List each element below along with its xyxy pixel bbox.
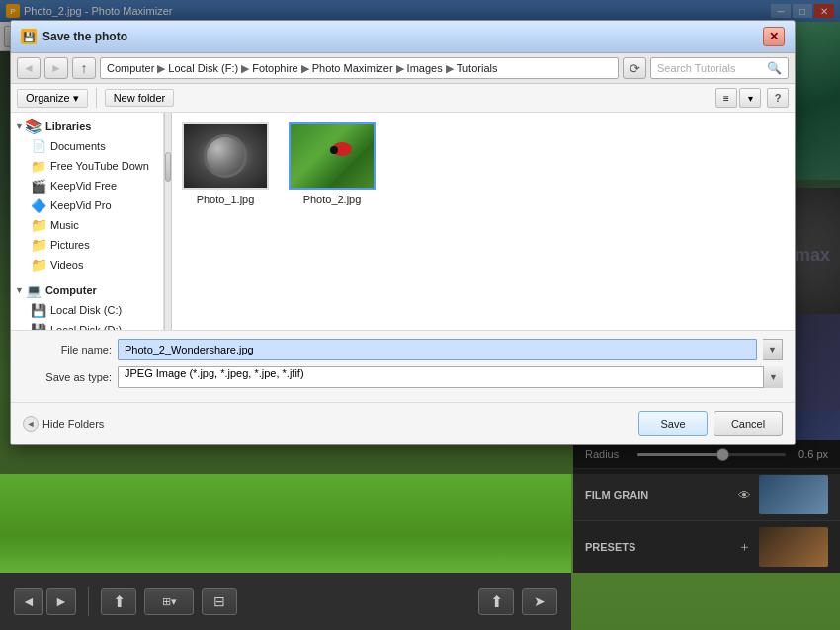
computer-label: Computer <box>45 284 97 296</box>
photo2-thumb <box>289 122 376 190</box>
view-list-btn[interactable]: ≡ <box>715 88 737 108</box>
dialog-form: File name: ▼ Save as type: JPEG Image (*… <box>11 330 795 402</box>
tree-free-youtube[interactable]: 📁 Free YouTube Down <box>11 156 163 176</box>
presets-row: PRESETS ＋ <box>573 520 840 573</box>
filename-label: File name: <box>23 344 112 355</box>
saveas-value: JPEG Image (*.jpg, *.jpeg, *.jpe, *.jfif… <box>125 367 304 379</box>
breadcrumb-arrow-5: ▶ <box>446 62 454 75</box>
file-item-photo2[interactable]: Photo_2.jpg <box>289 122 376 205</box>
free-youtube-label: Free YouTube Down <box>50 160 149 172</box>
share-btn[interactable]: ➤ <box>522 588 557 615</box>
new-folder-label: New folder <box>114 92 166 104</box>
search-placeholder: Search Tutorials <box>657 62 735 74</box>
nav-back-btn[interactable]: ◄ <box>17 57 41 79</box>
tree-computer-header[interactable]: ▼ 💻 Computer <box>11 280 163 300</box>
film-grain-eye-icon[interactable]: 👁 <box>738 488 751 503</box>
film-grain-row: FILM GRAIN 👁 <box>573 468 840 520</box>
documents-icon: 📄 <box>31 138 46 154</box>
organize-arrow: ▾ <box>73 92 79 105</box>
presets-label: PRESETS <box>585 541 738 553</box>
hide-folders-icon: ◄ <box>23 416 39 432</box>
tree-keepvid-free[interactable]: 🎬 KeepVid Free <box>11 176 163 196</box>
free-youtube-icon: 📁 <box>31 158 46 174</box>
filename-input[interactable] <box>118 339 757 360</box>
export-btn[interactable]: ⬆ <box>478 588 514 615</box>
help-btn[interactable]: ? <box>767 88 789 108</box>
organize-btn[interactable]: Organize ▾ <box>17 89 88 108</box>
tree-documents[interactable]: 📄 Documents <box>11 136 163 156</box>
videos-icon: 📁 <box>31 257 46 273</box>
photo2-name: Photo_2.jpg <box>303 194 362 205</box>
nav-bar: ◄ ► ↑ Computer ▶ Local Disk (F:) ▶ Fotop… <box>11 53 795 84</box>
file-item-photo1[interactable]: Photo_1.jpg <box>182 122 269 205</box>
dialog-titlebar: 💾 Save the photo ✕ <box>11 21 795 53</box>
prev-btn[interactable]: ◄ <box>14 588 43 615</box>
music-icon: 📁 <box>31 217 46 233</box>
documents-label: Documents <box>50 140 106 152</box>
file-area: Photo_1.jpg Photo_2.jpg <box>172 113 795 330</box>
breadcrumb-arrow-3: ▶ <box>301 62 309 75</box>
tree-local-d[interactable]: 💾 Local Disk (D:) <box>11 320 163 330</box>
libraries-icon: 📚 <box>26 118 42 134</box>
app-bottom-bar: ◄ ► ⬆ ⊞▾ ⊟ ⬆ ➤ <box>0 573 571 630</box>
saveas-row: Save as type: JPEG Image (*.jpg, *.jpeg,… <box>23 366 783 388</box>
dialog-title: Save the photo <box>42 30 763 43</box>
view-dropdown-btn[interactable]: ▾ <box>739 88 761 108</box>
saveas-select[interactable]: JPEG Image (*.jpg, *.jpeg, *.jpe, *.jfif… <box>118 366 783 388</box>
new-folder-btn[interactable]: New folder <box>105 89 175 107</box>
tree-videos[interactable]: 📁 Videos <box>11 255 163 275</box>
breadcrumb-bar[interactable]: Computer ▶ Local Disk (F:) ▶ Fotophire ▶… <box>100 57 619 79</box>
music-label: Music <box>50 219 79 231</box>
nav-up-btn[interactable]: ↑ <box>72 57 96 79</box>
tree-music[interactable]: 📁 Music <box>11 215 163 235</box>
photo1-thumb <box>182 122 269 190</box>
toolbar-separator <box>96 88 97 108</box>
videos-label: Videos <box>50 259 83 271</box>
nav-refresh-btn[interactable]: ⟳ <box>623 57 646 79</box>
save-photo-dialog: 💾 Save the photo ✕ ◄ ► ↑ Computer ▶ Loca… <box>10 20 796 445</box>
breadcrumb-maximizer: Photo Maximizer <box>312 62 393 74</box>
local-d-icon: 💾 <box>31 322 46 330</box>
save-label: Save <box>660 418 685 430</box>
photo1-name: Photo_1.jpg <box>197 194 255 205</box>
compare-btn[interactable]: ⊟ <box>202 588 237 615</box>
breadcrumb-tutorials: Tutorials <box>457 62 498 74</box>
local-d-label: Local Disk (D:) <box>50 324 122 330</box>
search-box[interactable]: Search Tutorials 🔍 <box>650 57 789 79</box>
keepvid-pro-label: KeepVid Pro <box>50 199 112 211</box>
nav-forward-btn[interactable]: ► <box>44 57 68 79</box>
filename-dropdown-arrow[interactable]: ▼ <box>763 339 783 360</box>
next-btn[interactable]: ► <box>46 588 76 615</box>
breadcrumb-fotophire: Fotophire <box>252 62 297 74</box>
tree-libraries-header[interactable]: ▼ 📚 Libraries <box>11 117 163 136</box>
pictures-icon: 📁 <box>31 237 46 253</box>
tree-keepvid-pro[interactable]: 🔷 KeepVid Pro <box>11 196 163 215</box>
grid-btn[interactable]: ⊞▾ <box>144 588 194 615</box>
cancel-label: Cancel <box>731 418 765 430</box>
tree-pictures[interactable]: 📁 Pictures <box>11 235 163 255</box>
cancel-button[interactable]: Cancel <box>714 411 783 436</box>
hide-folders-label: Hide Folders <box>42 418 104 430</box>
playback-controls: ◄ ► <box>14 588 76 615</box>
presets-add-icon[interactable]: ＋ <box>738 538 751 556</box>
computer-chevron: ▼ <box>15 285 24 295</box>
tree-local-c[interactable]: 💾 Local Disk (C:) <box>11 300 163 320</box>
breadcrumb-arrow-4: ▶ <box>396 62 404 75</box>
filename-row: File name: ▼ <box>23 339 783 360</box>
upload-btn[interactable]: ⬆ <box>101 588 136 615</box>
organize-label: Organize <box>26 92 70 104</box>
saveas-wrapper: JPEG Image (*.jpg, *.jpeg, *.jpe, *.jfif… <box>118 366 783 388</box>
keepvid-free-icon: 🎬 <box>31 178 46 194</box>
film-grain-label: FILM GRAIN <box>585 489 738 501</box>
tree-scrollbar[interactable] <box>164 113 172 330</box>
search-icon: 🔍 <box>767 61 782 75</box>
view-buttons: ≡ ▾ <box>715 88 761 108</box>
local-c-icon: 💾 <box>31 302 46 318</box>
dialog-close-button[interactable]: ✕ <box>763 27 785 46</box>
save-button[interactable]: Save <box>638 411 708 436</box>
computer-icon: 💻 <box>26 282 42 298</box>
dialog-footer: ◄ Hide Folders Save Cancel <box>11 402 795 444</box>
hide-folders-btn[interactable]: ◄ Hide Folders <box>23 416 104 432</box>
film-grain-thumb <box>759 475 828 514</box>
scrollbar-thumb[interactable] <box>165 152 171 182</box>
